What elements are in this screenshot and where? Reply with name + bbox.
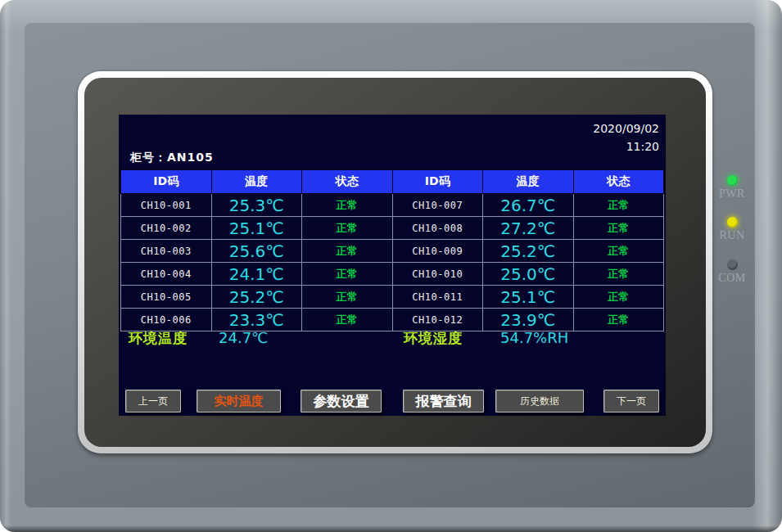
status-cell: 正常 [302,263,393,286]
table-row: CH10-00125.3℃正常CH10-00726.7℃正常 [121,194,664,217]
date-display: 2020/09/02 [593,119,659,138]
status-cell: 正常 [302,286,393,309]
table-header-row: ID码温度状态ID码温度状态 [121,170,664,194]
alarm-query-button[interactable]: 报警查询 [403,390,484,413]
temperature-cell: 23.3℃ [211,309,302,331]
run-indicator: RUN [709,217,755,242]
ambient-humidity-value: 54.7%RH [500,329,568,346]
temperature-cell: 24.1℃ [211,263,302,286]
channel-id-cell: CH10-008 [392,217,483,240]
temperature-cell: 25.6℃ [211,240,302,263]
channel-id-cell: CH10-005 [121,286,212,309]
status-cell: 正常 [573,217,664,240]
channel-id-cell: CH10-012 [392,309,483,331]
temperature-cell: 25.2℃ [211,286,302,309]
temperature-cell: 26.7℃ [483,194,574,217]
table-header-cell: ID码 [392,170,483,194]
history-data-button[interactable]: 历史数据 [495,390,584,413]
time-display: 11:20 [593,138,659,156]
table-header-cell: 状态 [302,170,393,194]
hmi-device: 2020/09/02 11:20 柜号：AN105 ID码温度状态ID码温度状态… [0,0,782,532]
lcd-screen: 2020/09/02 11:20 柜号：AN105 ID码温度状态ID码温度状态… [119,115,666,416]
com-led-icon [727,259,738,270]
table-header-cell: ID码 [121,170,212,194]
ambient-temp-value: 24.7℃ [219,329,268,346]
pwr-indicator: PWR [709,175,755,201]
temperature-cell: 23.9℃ [483,309,574,331]
pwr-led-label: PWR [709,187,755,201]
channel-id-cell: CH10-006 [121,309,212,331]
temperature-cell: 25.0℃ [483,263,574,286]
table-row: CH10-00325.6℃正常CH10-00925.2℃正常 [121,240,664,263]
cabinet-id-label: 柜号：AN105 [130,151,214,165]
table-row: CH10-00525.2℃正常CH10-01125.1℃正常 [121,286,664,309]
next-page-button[interactable]: 下一页 [603,390,659,413]
run-led-icon [727,217,738,228]
channel-id-cell: CH10-011 [392,286,483,309]
temperature-cell: 25.1℃ [211,217,302,240]
com-indicator: COM [709,259,755,285]
run-led-label: RUN [709,229,755,242]
param-settings-button[interactable]: 参数设置 [301,390,382,413]
temperature-table: ID码温度状态ID码温度状态 CH10-00125.3℃正常CH10-00726… [120,169,664,331]
table-row: CH10-00424.1℃正常CH10-01025.0℃正常 [121,263,664,286]
com-led-label: COM [709,272,755,285]
ambient-humidity-label: 环境湿度 [404,329,463,348]
status-cell: 正常 [302,309,393,331]
table-header-cell: 温度 [211,170,302,194]
status-cell: 正常 [573,240,664,263]
channel-id-cell: CH10-001 [121,194,212,217]
temperature-cell: 25.2℃ [483,240,574,263]
temperature-cell: 27.2℃ [483,217,574,240]
prev-page-button[interactable]: 上一页 [125,390,181,413]
nav-button-bar: 上一页实时温度参数设置报警查询历史数据下一页 [119,390,666,413]
device-left-edge [0,0,11,532]
channel-id-cell: CH10-004 [121,263,212,286]
channel-id-cell: CH10-007 [392,194,483,217]
table-row: CH10-00623.3℃正常CH10-01223.9℃正常 [121,309,664,331]
table-row: CH10-00225.1℃正常CH10-00827.2℃正常 [121,217,664,240]
table-header-cell: 状态 [573,170,664,194]
channel-id-cell: CH10-002 [121,217,212,240]
status-cell: 正常 [573,263,664,286]
status-cell: 正常 [573,309,664,331]
pwr-led-icon [727,175,738,186]
table-header-cell: 温度 [483,170,574,194]
status-cell: 正常 [573,286,664,309]
status-cell: 正常 [302,194,393,217]
channel-id-cell: CH10-009 [392,240,483,263]
table-body: CH10-00125.3℃正常CH10-00726.7℃正常CH10-00225… [121,194,664,331]
status-cell: 正常 [573,194,664,217]
status-cell: 正常 [302,217,393,240]
realtime-temp-button[interactable]: 实时温度 [197,390,281,413]
temperature-cell: 25.1℃ [483,286,574,309]
status-cell: 正常 [302,240,393,263]
datetime-display: 2020/09/02 11:20 [593,119,659,156]
ambient-temp-label: 环境温度 [129,329,188,348]
temperature-cell: 25.3℃ [211,194,302,217]
channel-id-cell: CH10-010 [392,263,483,286]
ambient-readout: 环境温度 24.7℃ 环境湿度 54.7%RH [119,329,666,350]
channel-id-cell: CH10-003 [121,240,212,263]
